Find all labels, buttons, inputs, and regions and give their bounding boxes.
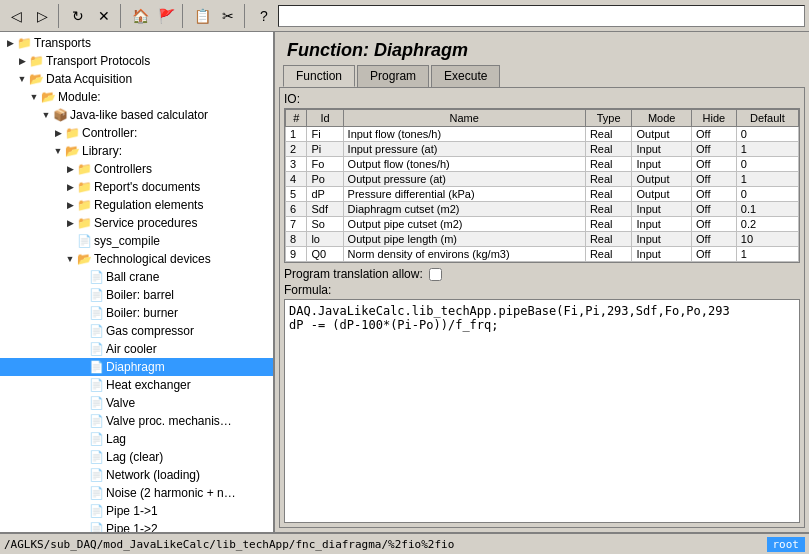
- tree-item-valve-proc[interactable]: 📄Valve proc. mechanis…: [0, 412, 273, 430]
- tree-item-controller[interactable]: ▶📁Controller:: [0, 124, 273, 142]
- tree-item-module[interactable]: ▼📂Module:: [0, 88, 273, 106]
- folder-icon: 📁: [76, 197, 92, 213]
- help-button[interactable]: ?: [252, 4, 276, 28]
- forward-button[interactable]: ▷: [30, 4, 54, 28]
- tree-expander[interactable]: ▼: [16, 73, 28, 85]
- cut-button[interactable]: ✂: [216, 4, 240, 28]
- tree-item-label: Transport Protocols: [46, 54, 150, 68]
- tree-item-sys-compile[interactable]: 📄sys_compile: [0, 232, 273, 250]
- tree-item-boiler-burner[interactable]: 📄Boiler: burner: [0, 304, 273, 322]
- tree-expander[interactable]: ▶: [4, 37, 16, 49]
- toolbar: ◁ ▷ ↻ ✕ 🏠 🚩 📋 ✂ ? /AGLKS/sub_DAQ/mod_Jav…: [0, 0, 809, 32]
- io-table-wrapper[interactable]: #IdNameTypeModeHideDefault 1FiInput flow…: [284, 108, 800, 263]
- back-button[interactable]: ◁: [4, 4, 28, 28]
- formula-label: Formula:: [284, 283, 800, 297]
- tree-item-heat-exchanger[interactable]: 📄Heat exchanger: [0, 376, 273, 394]
- table-cell-r8c3: Real: [585, 247, 632, 262]
- table-row[interactable]: 2PiInput pressure (at)RealInputOff1: [286, 142, 799, 157]
- prog-trans-checkbox[interactable]: [429, 268, 442, 281]
- table-row[interactable]: 6SdfDiaphragm cutset (m2)RealInputOff0.1: [286, 202, 799, 217]
- refresh-button[interactable]: ↻: [66, 4, 90, 28]
- tree-expander[interactable]: [64, 235, 76, 247]
- folder-icon: 📂: [76, 251, 92, 267]
- table-row[interactable]: 4PoOutput pressure (at)RealOutputOff1: [286, 172, 799, 187]
- tree-item-pipe-1-1[interactable]: 📄Pipe 1->1: [0, 502, 273, 520]
- tree-item-boiler-barrel[interactable]: 📄Boiler: barrel: [0, 286, 273, 304]
- tree-item-valve[interactable]: 📄Valve: [0, 394, 273, 412]
- tree-item-lag-clear[interactable]: 📄Lag (clear): [0, 448, 273, 466]
- tree-item-library[interactable]: ▼📂Library:: [0, 142, 273, 160]
- tree-item-tech-devices[interactable]: ▼📂Technological devices: [0, 250, 273, 268]
- status-user: root: [767, 537, 806, 552]
- tree-expander[interactable]: [76, 397, 88, 409]
- tree-item-controllers[interactable]: ▶📁Controllers: [0, 160, 273, 178]
- tree-item-ball-crane[interactable]: 📄Ball crane: [0, 268, 273, 286]
- tree-item-java-calculator[interactable]: ▼📦Java-like based calculator: [0, 106, 273, 124]
- address-bar[interactable]: /AGLKS/sub_DAQ/mod_JavaLikeCalc/lib_tec: [278, 5, 805, 27]
- tab-function[interactable]: Function: [283, 65, 355, 87]
- tree-expander[interactable]: [76, 415, 88, 427]
- tree-expander[interactable]: [76, 343, 88, 355]
- item-icon: 📄: [88, 287, 104, 303]
- tree-expander[interactable]: ▼: [52, 145, 64, 157]
- tree-item-label: Report's documents: [94, 180, 200, 194]
- table-row[interactable]: 3FoOutput flow (tones/h)RealInputOff0: [286, 157, 799, 172]
- tree-expander[interactable]: [76, 451, 88, 463]
- table-cell-r6c6: 0.2: [736, 217, 798, 232]
- tree-item-data-acquisition[interactable]: ▼📂Data Acquisition: [0, 70, 273, 88]
- tree-expander[interactable]: ▶: [64, 181, 76, 193]
- tree-expander[interactable]: [76, 325, 88, 337]
- formula-box[interactable]: DAQ.JavaLikeCalc.lib_techApp.pipeBase(Fi…: [284, 299, 800, 523]
- tree-expander[interactable]: [76, 505, 88, 517]
- tree-item-gas-compressor[interactable]: 📄Gas compressor: [0, 322, 273, 340]
- tree-item-air-cooler[interactable]: 📄Air cooler: [0, 340, 273, 358]
- tree-item-transports[interactable]: ▶📁Transports: [0, 34, 273, 52]
- copy-button[interactable]: 📋: [190, 4, 214, 28]
- item-icon: 📄: [88, 485, 104, 501]
- tree-expander[interactable]: [76, 289, 88, 301]
- folder-icon: 📂: [40, 89, 56, 105]
- tree-item-transport-protocols[interactable]: ▶📁Transport Protocols: [0, 52, 273, 70]
- tree-expander[interactable]: [76, 271, 88, 283]
- tree-expander[interactable]: [76, 379, 88, 391]
- tree-expander[interactable]: ▶: [64, 163, 76, 175]
- tree-item-reports[interactable]: ▶📁Report's documents: [0, 178, 273, 196]
- tree-item-pipe-1-2[interactable]: 📄Pipe 1->2: [0, 520, 273, 532]
- tree-item-service-procedures[interactable]: ▶📁Service procedures: [0, 214, 273, 232]
- stop-button[interactable]: ✕: [92, 4, 116, 28]
- tree-expander[interactable]: ▼: [28, 91, 40, 103]
- table-row[interactable]: 7SoOutput pipe cutset (m2)RealInputOff0.…: [286, 217, 799, 232]
- table-row[interactable]: 9Q0Norm density of environs (kg/m3)RealI…: [286, 247, 799, 262]
- tree-item-lag[interactable]: 📄Lag: [0, 430, 273, 448]
- tree-expander[interactable]: ▶: [64, 199, 76, 211]
- tree-item-noise-2harm[interactable]: 📄Noise (2 harmonic + n…: [0, 484, 273, 502]
- tree-item-label: Boiler: burner: [106, 306, 178, 320]
- tree-expander[interactable]: ▼: [64, 253, 76, 265]
- tree-item-network-loading[interactable]: 📄Network (loading): [0, 466, 273, 484]
- tree-expander[interactable]: [76, 433, 88, 445]
- tree-expander[interactable]: [76, 469, 88, 481]
- table-row[interactable]: 8loOutput pipe length (m)RealInputOff10: [286, 232, 799, 247]
- tree-expander[interactable]: [76, 523, 88, 532]
- tab-program[interactable]: Program: [357, 65, 429, 87]
- table-row[interactable]: 1FiInput flow (tones/h)RealOutputOff0: [286, 127, 799, 142]
- table-row[interactable]: 5dPPressure differential (kPa)RealOutput…: [286, 187, 799, 202]
- table-cell-r0c2: Input flow (tones/h): [343, 127, 585, 142]
- tree-expander[interactable]: ▶: [52, 127, 64, 139]
- flag-button[interactable]: 🚩: [154, 4, 178, 28]
- tree-expander[interactable]: [76, 487, 88, 499]
- tree-panel: ▶📁Transports▶📁Transport Protocols▼📂Data …: [0, 32, 275, 532]
- tree-expander[interactable]: ▼: [40, 109, 52, 121]
- tree-expander[interactable]: [76, 307, 88, 319]
- table-cell-r4c5: Off: [692, 187, 737, 202]
- tree-expander[interactable]: ▶: [64, 217, 76, 229]
- tree-expander[interactable]: ▶: [16, 55, 28, 67]
- prog-trans-row: Program translation allow:: [284, 267, 800, 281]
- tree-item-diaphragm[interactable]: 📄Diaphragm: [0, 358, 273, 376]
- folder-icon: 📂: [64, 143, 80, 159]
- tree-expander[interactable]: [76, 361, 88, 373]
- table-cell-r5c5: Off: [692, 202, 737, 217]
- tree-item-regulation[interactable]: ▶📁Regulation elements: [0, 196, 273, 214]
- home-button[interactable]: 🏠: [128, 4, 152, 28]
- tab-execute[interactable]: Execute: [431, 65, 500, 87]
